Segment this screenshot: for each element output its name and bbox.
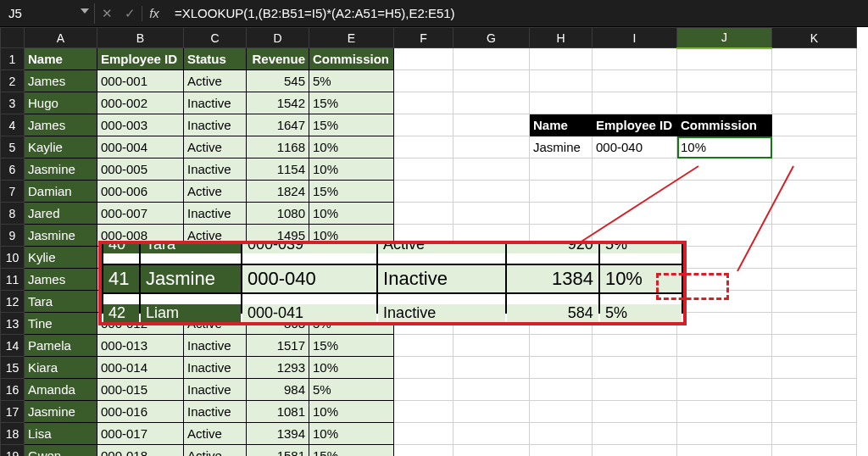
cell-blank[interactable] — [453, 357, 530, 379]
cell-name[interactable]: Kylie — [25, 247, 97, 269]
cell-blank[interactable] — [530, 181, 593, 203]
formula-input[interactable]: =XLOOKUP(1,(B2:B51=I5)*(A2:A51=H5),E2:E5… — [166, 6, 868, 20]
cell-comm[interactable]: 10% — [309, 158, 394, 181]
cell-blank[interactable] — [394, 379, 453, 401]
row-header[interactable]: 2 — [1, 70, 25, 92]
cell-blank[interactable] — [394, 203, 453, 225]
cell-blank[interactable] — [772, 357, 857, 379]
lookup-hdr-emp[interactable]: Employee ID — [593, 114, 677, 136]
cell-comm[interactable]: 15% — [309, 181, 394, 203]
cell-blank[interactable] — [772, 203, 857, 225]
cell-blank[interactable] — [772, 225, 857, 247]
cell-status[interactable]: Inactive — [184, 203, 247, 225]
lookup-comm[interactable]: 10% — [677, 136, 772, 158]
cell-status[interactable]: Inactive — [184, 335, 247, 357]
cell-blank[interactable] — [394, 136, 453, 158]
cell-header-name[interactable]: Name — [25, 48, 97, 70]
cell-blank[interactable] — [593, 445, 677, 457]
row-header[interactable]: 17 — [1, 401, 25, 423]
cell-blank[interactable] — [453, 136, 530, 158]
cell-name[interactable]: James — [25, 269, 97, 291]
cell-name[interactable]: Jasmine — [25, 158, 97, 181]
cell-emp[interactable]: 000-013 — [97, 335, 184, 357]
cell-rev[interactable]: 1168 — [247, 136, 309, 158]
cell-blank[interactable] — [394, 158, 453, 181]
cell-blank[interactable] — [772, 158, 857, 181]
cell-blank[interactable] — [530, 445, 593, 457]
cell-blank[interactable] — [453, 158, 530, 181]
cell-comm[interactable]: 5% — [309, 379, 394, 401]
cell-status[interactable]: Active — [184, 423, 247, 445]
cell-blank[interactable] — [677, 247, 772, 269]
cell-name[interactable]: Kaylie — [25, 136, 97, 158]
cell-blank[interactable] — [394, 335, 453, 357]
cell-blank[interactable] — [772, 181, 857, 203]
cell-status[interactable]: Active — [184, 136, 247, 158]
row-header[interactable]: 15 — [1, 357, 25, 379]
cell-rev[interactable]: 1394 — [247, 423, 309, 445]
cell-name[interactable]: Kiara — [25, 357, 97, 379]
cell-status[interactable]: Inactive — [184, 158, 247, 181]
cell-blank[interactable] — [453, 92, 530, 114]
row-header[interactable]: 6 — [1, 158, 25, 181]
cell-blank[interactable] — [677, 203, 772, 225]
cell-header-emp[interactable]: Employee ID — [97, 48, 184, 70]
col-header-I[interactable]: I — [593, 28, 677, 48]
cell-comm[interactable]: 10% — [309, 357, 394, 379]
cell-blank[interactable] — [677, 379, 772, 401]
cell-header-status[interactable]: Status — [184, 48, 247, 70]
cell-blank[interactable] — [593, 203, 677, 225]
cell-emp[interactable]: 000-001 — [97, 70, 184, 92]
cell-rev[interactable]: 1154 — [247, 158, 309, 181]
cell-blank[interactable] — [593, 70, 677, 92]
cell-rev[interactable]: 1080 — [247, 203, 309, 225]
cell-emp[interactable]: 000-015 — [97, 379, 184, 401]
cell-blank[interactable] — [453, 181, 530, 203]
cell-comm[interactable]: 15% — [309, 335, 394, 357]
cell-blank[interactable] — [772, 114, 857, 136]
cell-blank[interactable] — [772, 401, 857, 423]
col-header-H[interactable]: H — [530, 28, 593, 48]
cell-blank[interactable] — [593, 423, 677, 445]
col-header-K[interactable]: K — [772, 28, 857, 48]
cell-comm[interactable]: 5% — [309, 70, 394, 92]
cell-status[interactable]: Active — [184, 445, 247, 457]
cell-blank[interactable] — [593, 379, 677, 401]
row-header[interactable]: 14 — [1, 335, 25, 357]
cell-rev[interactable]: 1293 — [247, 357, 309, 379]
cell-rev[interactable]: 1081 — [247, 401, 309, 423]
cell-blank[interactable] — [677, 445, 772, 457]
row-header[interactable]: 12 — [1, 291, 25, 313]
cell-emp[interactable]: 000-006 — [97, 181, 184, 203]
cell-status[interactable]: Active — [184, 70, 247, 92]
cell-blank[interactable] — [677, 269, 772, 291]
cell-emp[interactable]: 000-004 — [97, 136, 184, 158]
lookup-hdr-comm[interactable]: Commission — [677, 114, 772, 136]
row-header[interactable]: 5 — [1, 136, 25, 158]
cell-blank[interactable] — [772, 423, 857, 445]
cell-emp[interactable]: 000-016 — [97, 401, 184, 423]
cell-blank[interactable] — [394, 445, 453, 457]
row-header[interactable]: 3 — [1, 92, 25, 114]
row-header[interactable]: 19 — [1, 445, 25, 457]
col-header-F[interactable]: F — [394, 28, 453, 48]
cell-blank[interactable] — [530, 92, 593, 114]
cell-blank[interactable] — [394, 48, 453, 70]
lookup-hdr-name[interactable]: Name — [530, 114, 593, 136]
cell-name[interactable]: James — [25, 70, 97, 92]
cell-blank[interactable] — [772, 379, 857, 401]
cell-name[interactable]: Jasmine — [25, 225, 97, 247]
cell-blank[interactable] — [677, 48, 772, 70]
cell-name[interactable]: Pamela — [25, 335, 97, 357]
cell-name[interactable]: Damian — [25, 181, 97, 203]
col-header-J[interactable]: J — [677, 28, 772, 48]
cell-blank[interactable] — [453, 335, 530, 357]
cell-rev[interactable]: 984 — [247, 379, 309, 401]
cell-emp[interactable]: 000-005 — [97, 158, 184, 181]
cell-name[interactable]: Tine — [25, 313, 97, 335]
confirm-icon[interactable]: ✓ — [119, 6, 142, 21]
cell-blank[interactable] — [530, 401, 593, 423]
cell-blank[interactable] — [772, 48, 857, 70]
cell-comm[interactable]: 15% — [309, 114, 394, 136]
cell-status[interactable]: Inactive — [184, 379, 247, 401]
